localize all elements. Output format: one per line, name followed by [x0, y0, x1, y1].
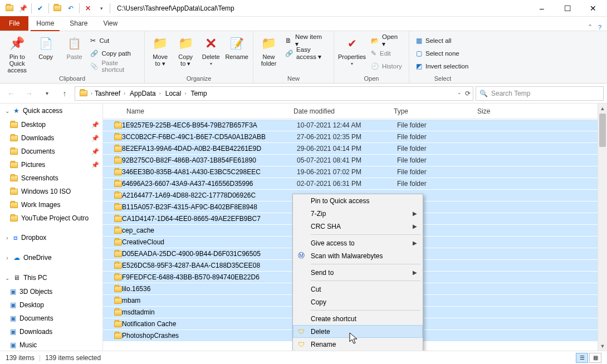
maximize-button[interactable]: ☐	[555, 0, 580, 17]
nav-item[interactable]: ▣Documents	[0, 312, 102, 325]
invert-selection-button[interactable]: ◩Invert selection	[414, 60, 471, 72]
col-size[interactable]: Size	[477, 107, 533, 115]
back-button[interactable]: ←	[3, 86, 19, 101]
select-none-button[interactable]: ▢Select none	[414, 47, 471, 59]
qa-delete-icon[interactable]: ✕	[82, 2, 94, 14]
paste-button[interactable]: 📋 Paste	[62, 33, 87, 60]
table-row[interactable]: 64696A23-6607-43A9-A437-416556D3599602-0…	[103, 178, 607, 189]
nav-item[interactable]: Pictures📌	[0, 158, 102, 171]
delete-button[interactable]: ✕Delete▾	[200, 33, 222, 66]
qa-pin-icon[interactable]: 📌	[17, 2, 29, 14]
nav-item[interactable]: Work Images	[0, 198, 102, 211]
easy-access-button[interactable]: 🔗Easy access ▾	[283, 47, 329, 59]
new-folder-button[interactable]: 📁New folder	[258, 33, 280, 67]
folder-icon	[114, 239, 122, 245]
properties-button[interactable]: ✔Properties▾	[339, 33, 365, 66]
shortcut-icon: 📎	[90, 62, 98, 70]
details-view-button[interactable]: ☰	[576, 353, 588, 363]
ctx-create-shortcut[interactable]: Create shortcut	[293, 312, 423, 325]
nav-dropbox[interactable]: ›⧈Dropbox	[0, 230, 102, 245]
nav-item[interactable]: ▣Downloads	[0, 325, 102, 338]
nav-item[interactable]: ▣Desktop	[0, 298, 102, 312]
col-type[interactable]: Type	[394, 107, 477, 115]
new-item-button[interactable]: 🗎New item ▾	[283, 35, 329, 46]
nav-item[interactable]: Desktop📌	[0, 118, 102, 131]
copy-button[interactable]: 📄 Copy	[33, 33, 58, 60]
nav-item[interactable]: ▣Music	[0, 338, 102, 351]
nav-item[interactable]: Screenshots	[0, 171, 102, 185]
navigation-pane[interactable]: ⌄★Quick accessDesktop📌Downloads📌Document…	[0, 104, 103, 351]
nav-item[interactable]: Windows 10 ISO	[0, 185, 102, 198]
ctx-delete[interactable]: 🛡Delete	[293, 325, 423, 338]
tab-file[interactable]: File	[0, 16, 28, 31]
shield-icon: 🛡	[296, 327, 306, 337]
history-button[interactable]: 🕘History	[369, 60, 404, 72]
help-icon[interactable]: ?	[598, 24, 601, 31]
qa-folder-icon[interactable]	[3, 2, 16, 14]
nav-item[interactable]: Downloads📌	[0, 131, 102, 145]
search-input[interactable]: 🔍 Search Temp	[476, 86, 604, 101]
ctx-pin[interactable]: Pin to Quick access	[293, 194, 423, 207]
nav-quick-access[interactable]: ⌄★Quick access	[0, 104, 102, 118]
col-date[interactable]: Date modified	[293, 107, 394, 115]
close-button[interactable]: ✕	[580, 0, 606, 17]
ctx-rename[interactable]: 🛡Rename	[293, 338, 423, 351]
refresh-icon[interactable]: ⟳	[465, 90, 471, 97]
table-row[interactable]: 92B275C0-B82F-486B-A037-1B854FE6189005-0…	[103, 154, 607, 166]
ctx-send-to[interactable]: Send to▶	[293, 266, 423, 279]
table-row[interactable]: 1E9257E9-225B-4EC6-B954-79B27B657F3A10-0…	[103, 119, 607, 131]
tab-share[interactable]: Share	[62, 16, 95, 31]
ribbon-collapse-icon[interactable]: ⌃	[588, 23, 593, 31]
nav-item[interactable]: ▣3D Objects	[0, 285, 102, 298]
table-row[interactable]: 8E2EFA13-99A6-4DAD-A0B2-B4EB42261E9D29-0…	[103, 142, 607, 154]
rename-button[interactable]: 📝Rename	[225, 33, 248, 60]
tab-view[interactable]: View	[95, 16, 125, 31]
qa-dropdown-icon[interactable]: ▾	[95, 2, 107, 14]
qa-undo-icon[interactable]: ↶	[65, 2, 77, 14]
ctx-give-access[interactable]: Give access to▶	[293, 237, 423, 249]
ctx-copy[interactable]: Copy	[293, 296, 423, 308]
nav-item[interactable]: Documents📌	[0, 145, 102, 158]
nav-item[interactable]: YouTube Project Outro	[0, 211, 102, 225]
qa-check-icon[interactable]: ✔	[34, 2, 46, 14]
forward-button[interactable]: →	[21, 86, 37, 101]
crumb-0[interactable]: Tashreef›	[94, 90, 128, 97]
breadcrumb[interactable]: › Tashreef› AppData› Local› Temp ⌄ ⟳	[75, 86, 473, 101]
address-dropdown-icon[interactable]: ⌄	[457, 90, 462, 97]
status-bar: 139 items | 139 items selected ☰ ▦	[0, 351, 607, 364]
up-button[interactable]: ↑	[57, 86, 72, 101]
scroll-up-icon[interactable]: ▲	[598, 104, 607, 113]
move-to-button[interactable]: 📁Move to ▾	[149, 33, 171, 67]
scroll-down-icon[interactable]: ▼	[598, 341, 607, 351]
folder-icon	[114, 193, 122, 199]
qa-new-folder-icon[interactable]	[51, 2, 63, 14]
crumb-1[interactable]: AppData›	[129, 90, 163, 97]
copy-to-button[interactable]: 📁Copy to ▾	[174, 33, 196, 67]
minimize-button[interactable]: –	[529, 0, 555, 17]
table-row[interactable]: 346EE3B0-835B-4A81-A430-E3BC5C298EEC19-0…	[103, 166, 607, 178]
crumb-2[interactable]: Local›	[164, 90, 189, 97]
table-row[interactable]: 3CC0B2CF-F6BC-49C1-B6E7-CD5A0A1B2ABB27-0…	[103, 131, 607, 142]
copy-path-button[interactable]: 🔗Copy path	[90, 47, 140, 59]
pin-to-quick-access-button[interactable]: 📌 Pin to Quick access	[4, 33, 30, 73]
tab-home[interactable]: Home	[28, 16, 62, 31]
nav-onedrive[interactable]: ›☁OneDrive	[0, 250, 102, 265]
folder-icon	[114, 251, 122, 257]
ctx-cut[interactable]: Cut	[293, 283, 423, 296]
select-all-button[interactable]: ▦Select all	[414, 35, 471, 46]
ctx-7zip[interactable]: 7-Zip▶	[293, 207, 423, 220]
paste-shortcut-button[interactable]: 📎Paste shortcut	[90, 60, 140, 72]
edit-button[interactable]: ✎Edit	[369, 47, 404, 59]
tiles-view-button[interactable]: ▦	[589, 353, 601, 363]
nav-this-pc[interactable]: ⌄🖥This PC	[0, 270, 102, 285]
crumb-3[interactable]: Temp	[189, 90, 208, 97]
col-name[interactable]: Name	[111, 107, 293, 115]
recent-locations-button[interactable]: ▾	[39, 86, 55, 101]
column-headers[interactable]: Name Date modified Type Size	[103, 104, 607, 119]
cut-button[interactable]: ✂Cut	[90, 35, 140, 46]
open-button[interactable]: 📂Open ▾	[369, 35, 404, 46]
scroll-thumb[interactable]	[599, 114, 606, 147]
ctx-crc[interactable]: CRC SHA▶	[293, 220, 423, 233]
vertical-scrollbar[interactable]: ▲ ▼	[598, 104, 607, 351]
ctx-malwarebytes[interactable]: ⓂScan with Malwarebytes	[293, 249, 423, 262]
